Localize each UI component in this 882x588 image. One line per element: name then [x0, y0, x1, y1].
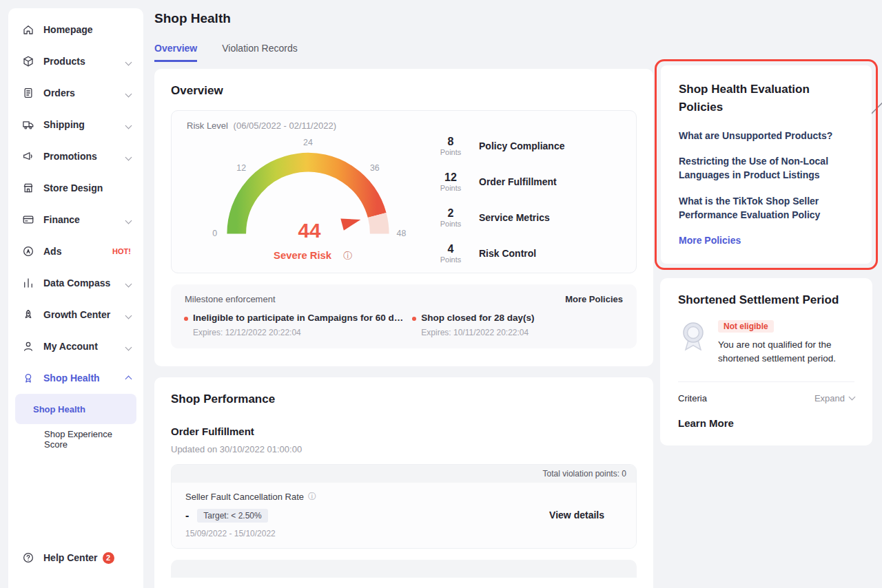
order-fulfillment-section-title: Order Fulfillment	[171, 426, 637, 437]
store-design-icon	[22, 182, 34, 194]
chevron-down-icon	[126, 151, 131, 162]
sidebar-item-promotions[interactable]: Promotions	[8, 140, 143, 172]
sidebar-item-label: Shop Health	[43, 372, 126, 384]
sidebar-item-store-design[interactable]: Store Design	[8, 172, 143, 204]
highlight-red-outline: Shop Health Evaluation Policies What are…	[655, 59, 878, 270]
metric-value: -	[185, 510, 189, 522]
chevron-down-icon	[849, 394, 856, 401]
policy-link-non-local-languages[interactable]: Restricting the Use of Non-Local Languag…	[679, 154, 854, 182]
point-label: Policy Compliance	[479, 140, 617, 151]
sidebar-item-label: Ads	[43, 246, 108, 257]
status-badge: Not eligible	[718, 320, 774, 333]
chevron-down-icon	[126, 119, 131, 130]
risk-score-value: 44	[298, 219, 320, 242]
info-icon[interactable]: ⓘ	[308, 491, 316, 503]
policy-link-unsupported-products[interactable]: What are Unsupported Products?	[679, 129, 854, 143]
metric-name: Seller Fault Cancellation Rate	[185, 492, 304, 502]
page-title: Shop Health	[154, 11, 653, 26]
orders-icon	[22, 87, 34, 99]
products-icon	[22, 55, 34, 67]
point-unit: Points	[432, 184, 469, 192]
medal-icon	[678, 319, 708, 354]
sidebar-item-products[interactable]: Products	[8, 45, 143, 77]
risk-severity-label: Severe Risk	[274, 250, 332, 261]
more-policies-label: More Policies	[565, 294, 623, 304]
policy-link-performance-evaluation[interactable]: What is the TikTok Shop Seller Performan…	[679, 194, 854, 222]
sidebar-subitem-label: Shop Experience Score	[44, 429, 136, 450]
sidebar-subitem-shop-experience-score[interactable]: Shop Experience Score	[15, 424, 136, 454]
chevron-down-icon	[126, 341, 131, 352]
gauge-tick: 48	[397, 229, 407, 238]
view-details-label: View details	[549, 510, 604, 521]
sidebar-item-label: Orders	[43, 87, 126, 98]
point-row-risk-control[interactable]: 4 Points Risk Control	[432, 238, 621, 269]
point-row-order-fulfillment[interactable]: 12 Points Order Fulfillment	[432, 167, 621, 197]
settlement-card: Shortened Settlement Period Not eligible…	[660, 278, 872, 445]
more-policies-link[interactable]: More Policies	[679, 235, 854, 246]
overview-card-title: Overview	[171, 84, 637, 98]
tab-overview[interactable]: Overview	[154, 43, 197, 62]
point-value: 8	[432, 136, 469, 148]
metric-period: 15/09/2022 - 15/10/2022	[185, 529, 549, 538]
tab-violation-records[interactable]: Violation Records	[222, 43, 297, 62]
sidebar-item-orders[interactable]: Orders	[8, 77, 143, 109]
help-icon	[22, 552, 34, 564]
finance-icon	[22, 213, 34, 226]
settlement-message: You are not qualified for the shortened …	[718, 338, 854, 366]
sidebar-item-label: Shipping	[43, 119, 126, 130]
shop-performance-card: Shop Performance Order Fulfillment Updat…	[154, 377, 653, 588]
point-unit: Points	[432, 220, 469, 228]
sidebar-item-shop-health[interactable]: Shop Health	[8, 362, 143, 394]
learn-more-link[interactable]: Learn More	[678, 417, 854, 429]
help-center-button[interactable]: Help Center 2	[8, 540, 143, 576]
policies-card-title: Shop Health Evaluation Policies	[679, 81, 854, 117]
point-value: 4	[432, 243, 469, 255]
sidebar-item-ads[interactable]: Ads HOT!	[8, 235, 143, 267]
sidebar-item-homepage[interactable]: Homepage	[8, 14, 143, 45]
point-number: 4 Points	[432, 243, 469, 264]
risk-level-period: (06/05/2022 - 02/11/2022)	[234, 120, 336, 131]
gauge-tick: 12	[236, 163, 246, 173]
view-details-link[interactable]: View details	[549, 510, 604, 521]
sidebar-item-finance[interactable]: Finance	[8, 204, 143, 235]
sidebar-item-label: My Account	[43, 341, 126, 352]
point-number: 8 Points	[432, 136, 469, 156]
sidebar-item-data-compass[interactable]: Data Compass	[8, 267, 143, 299]
metric-panel: Total violation points: 0 Seller Fault C…	[171, 464, 637, 549]
more-policies-link[interactable]: More Policies	[565, 294, 623, 304]
home-icon	[22, 23, 34, 36]
point-label: Service Metrics	[479, 212, 617, 223]
sidebar: Homepage Products Orders Shipping Promot…	[8, 8, 143, 588]
point-number: 12 Points	[432, 171, 469, 192]
milestone-title: Milestone enforcement	[185, 294, 276, 304]
sidebar-item-label: Data Compass	[43, 277, 126, 288]
sidebar-item-growth-center[interactable]: Growth Center	[8, 299, 143, 330]
right-column: Shop Health Evaluation Policies What are…	[655, 59, 878, 445]
risk-level-panel: Risk Level (06/05/2022 - 02/11/2022)	[171, 110, 637, 273]
milestone-item: Ineligible to participate in Campaigns f…	[182, 313, 410, 337]
overview-card: Overview Risk Level (06/05/2022 - 02/11/…	[154, 69, 653, 366]
sidebar-item-my-account[interactable]: My Account	[8, 330, 143, 362]
point-label: Order Fulfillment	[479, 176, 617, 187]
main-content: Shop Health Overview Violation Records O…	[154, 0, 653, 588]
gauge-tick: 24	[303, 138, 313, 147]
gauge-arc-remainder	[377, 216, 380, 234]
milestone-text: Ineligible to participate in Campaigns f…	[193, 313, 403, 323]
sidebar-subitem-shop-health[interactable]: Shop Health	[15, 394, 136, 424]
sidebar-item-label: Finance	[43, 214, 126, 225]
milestone-expires: Expires: 10/11/2022 20:22:04	[421, 328, 619, 337]
point-unit: Points	[432, 255, 469, 264]
point-row-service-metrics[interactable]: 2 Points Service Metrics	[432, 202, 621, 233]
updated-timestamp: Updated on 30/10/2022 01:00:00	[171, 444, 637, 454]
point-value: 12	[432, 171, 469, 184]
info-icon[interactable]: ⓘ	[343, 251, 352, 261]
shop-performance-title: Shop Performance	[171, 392, 637, 406]
next-metric-panel-partial	[171, 560, 637, 578]
chevron-down-icon	[126, 277, 131, 288]
point-row-policy-compliance[interactable]: 8 Points Policy Compliance	[432, 131, 621, 161]
shipping-icon	[22, 118, 34, 131]
expand-toggle[interactable]: Expand	[814, 393, 854, 403]
milestone-text: Shop closed for 28 day(s)	[421, 313, 619, 323]
sidebar-item-shipping[interactable]: Shipping	[8, 109, 143, 140]
point-number: 2 Points	[432, 207, 469, 228]
